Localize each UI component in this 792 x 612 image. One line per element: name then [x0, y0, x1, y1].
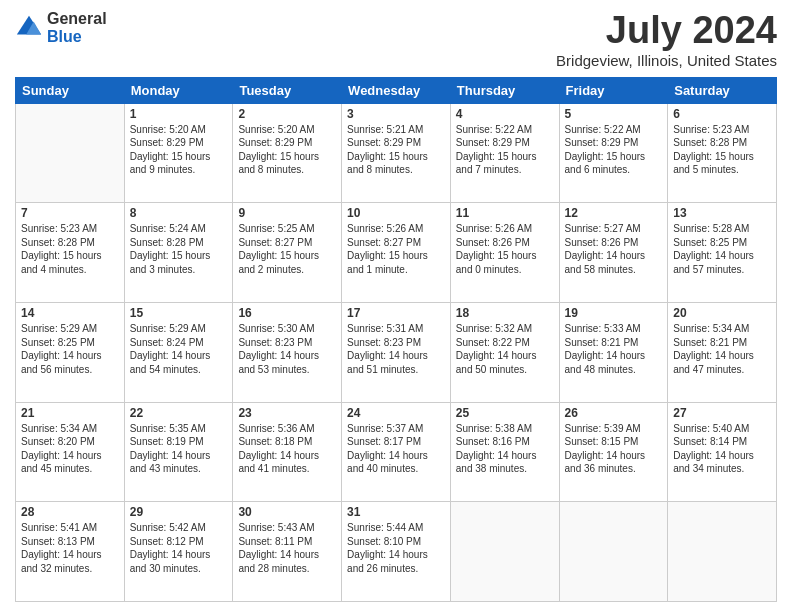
day-number: 2 — [238, 107, 336, 121]
subtitle: Bridgeview, Illinois, United States — [556, 52, 777, 69]
day-number: 12 — [565, 206, 663, 220]
table-row: 15Sunrise: 5:29 AMSunset: 8:24 PMDayligh… — [124, 303, 233, 403]
day-number: 30 — [238, 505, 336, 519]
day-number: 29 — [130, 505, 228, 519]
day-number: 8 — [130, 206, 228, 220]
table-row: 2Sunrise: 5:20 AMSunset: 8:29 PMDaylight… — [233, 103, 342, 203]
table-row: 9Sunrise: 5:25 AMSunset: 8:27 PMDaylight… — [233, 203, 342, 303]
table-row: 17Sunrise: 5:31 AMSunset: 8:23 PMDayligh… — [342, 303, 451, 403]
day-number: 6 — [673, 107, 771, 121]
day-info: Sunrise: 5:35 AMSunset: 8:19 PMDaylight:… — [130, 422, 228, 476]
table-row: 18Sunrise: 5:32 AMSunset: 8:22 PMDayligh… — [450, 303, 559, 403]
day-info: Sunrise: 5:40 AMSunset: 8:14 PMDaylight:… — [673, 422, 771, 476]
col-tuesday: Tuesday — [233, 77, 342, 103]
table-row: 5Sunrise: 5:22 AMSunset: 8:29 PMDaylight… — [559, 103, 668, 203]
day-number: 4 — [456, 107, 554, 121]
col-saturday: Saturday — [668, 77, 777, 103]
table-row: 1Sunrise: 5:20 AMSunset: 8:29 PMDaylight… — [124, 103, 233, 203]
day-info: Sunrise: 5:30 AMSunset: 8:23 PMDaylight:… — [238, 322, 336, 376]
calendar-body: 1Sunrise: 5:20 AMSunset: 8:29 PMDaylight… — [16, 103, 777, 601]
table-row: 30Sunrise: 5:43 AMSunset: 8:11 PMDayligh… — [233, 502, 342, 602]
page: General Blue July 2024 Bridgeview, Illin… — [0, 0, 792, 612]
day-number: 10 — [347, 206, 445, 220]
table-row: 27Sunrise: 5:40 AMSunset: 8:14 PMDayligh… — [668, 402, 777, 502]
day-info: Sunrise: 5:26 AMSunset: 8:27 PMDaylight:… — [347, 222, 445, 276]
day-info: Sunrise: 5:32 AMSunset: 8:22 PMDaylight:… — [456, 322, 554, 376]
day-info: Sunrise: 5:29 AMSunset: 8:24 PMDaylight:… — [130, 322, 228, 376]
day-number: 1 — [130, 107, 228, 121]
table-row: 3Sunrise: 5:21 AMSunset: 8:29 PMDaylight… — [342, 103, 451, 203]
table-row: 28Sunrise: 5:41 AMSunset: 8:13 PMDayligh… — [16, 502, 125, 602]
table-row: 26Sunrise: 5:39 AMSunset: 8:15 PMDayligh… — [559, 402, 668, 502]
day-number: 15 — [130, 306, 228, 320]
day-number: 17 — [347, 306, 445, 320]
table-row: 11Sunrise: 5:26 AMSunset: 8:26 PMDayligh… — [450, 203, 559, 303]
day-number: 28 — [21, 505, 119, 519]
day-info: Sunrise: 5:37 AMSunset: 8:17 PMDaylight:… — [347, 422, 445, 476]
day-info: Sunrise: 5:28 AMSunset: 8:25 PMDaylight:… — [673, 222, 771, 276]
table-row: 6Sunrise: 5:23 AMSunset: 8:28 PMDaylight… — [668, 103, 777, 203]
day-number: 19 — [565, 306, 663, 320]
day-number: 16 — [238, 306, 336, 320]
table-row: 29Sunrise: 5:42 AMSunset: 8:12 PMDayligh… — [124, 502, 233, 602]
table-row: 22Sunrise: 5:35 AMSunset: 8:19 PMDayligh… — [124, 402, 233, 502]
table-row — [668, 502, 777, 602]
day-number: 7 — [21, 206, 119, 220]
day-number: 20 — [673, 306, 771, 320]
day-number: 21 — [21, 406, 119, 420]
day-info: Sunrise: 5:25 AMSunset: 8:27 PMDaylight:… — [238, 222, 336, 276]
day-info: Sunrise: 5:22 AMSunset: 8:29 PMDaylight:… — [565, 123, 663, 177]
col-monday: Monday — [124, 77, 233, 103]
calendar-header: Sunday Monday Tuesday Wednesday Thursday… — [16, 77, 777, 103]
table-row — [559, 502, 668, 602]
table-row: 20Sunrise: 5:34 AMSunset: 8:21 PMDayligh… — [668, 303, 777, 403]
day-info: Sunrise: 5:41 AMSunset: 8:13 PMDaylight:… — [21, 521, 119, 575]
day-info: Sunrise: 5:20 AMSunset: 8:29 PMDaylight:… — [130, 123, 228, 177]
day-info: Sunrise: 5:42 AMSunset: 8:12 PMDaylight:… — [130, 521, 228, 575]
day-number: 31 — [347, 505, 445, 519]
table-row: 13Sunrise: 5:28 AMSunset: 8:25 PMDayligh… — [668, 203, 777, 303]
day-number: 3 — [347, 107, 445, 121]
logo: General Blue — [15, 10, 107, 45]
table-row: 16Sunrise: 5:30 AMSunset: 8:23 PMDayligh… — [233, 303, 342, 403]
table-row: 7Sunrise: 5:23 AMSunset: 8:28 PMDaylight… — [16, 203, 125, 303]
table-row: 10Sunrise: 5:26 AMSunset: 8:27 PMDayligh… — [342, 203, 451, 303]
day-info: Sunrise: 5:24 AMSunset: 8:28 PMDaylight:… — [130, 222, 228, 276]
day-info: Sunrise: 5:33 AMSunset: 8:21 PMDaylight:… — [565, 322, 663, 376]
calendar-week-4: 28Sunrise: 5:41 AMSunset: 8:13 PMDayligh… — [16, 502, 777, 602]
table-row: 24Sunrise: 5:37 AMSunset: 8:17 PMDayligh… — [342, 402, 451, 502]
table-row: 23Sunrise: 5:36 AMSunset: 8:18 PMDayligh… — [233, 402, 342, 502]
day-info: Sunrise: 5:31 AMSunset: 8:23 PMDaylight:… — [347, 322, 445, 376]
table-row: 12Sunrise: 5:27 AMSunset: 8:26 PMDayligh… — [559, 203, 668, 303]
day-number: 25 — [456, 406, 554, 420]
day-number: 26 — [565, 406, 663, 420]
title-block: July 2024 Bridgeview, Illinois, United S… — [556, 10, 777, 69]
day-info: Sunrise: 5:43 AMSunset: 8:11 PMDaylight:… — [238, 521, 336, 575]
day-info: Sunrise: 5:22 AMSunset: 8:29 PMDaylight:… — [456, 123, 554, 177]
col-sunday: Sunday — [16, 77, 125, 103]
logo-icon — [15, 14, 43, 42]
table-row: 8Sunrise: 5:24 AMSunset: 8:28 PMDaylight… — [124, 203, 233, 303]
logo-blue-text: Blue — [47, 28, 107, 46]
day-info: Sunrise: 5:23 AMSunset: 8:28 PMDaylight:… — [21, 222, 119, 276]
main-title: July 2024 — [556, 10, 777, 52]
day-info: Sunrise: 5:20 AMSunset: 8:29 PMDaylight:… — [238, 123, 336, 177]
calendar-week-1: 7Sunrise: 5:23 AMSunset: 8:28 PMDaylight… — [16, 203, 777, 303]
day-info: Sunrise: 5:36 AMSunset: 8:18 PMDaylight:… — [238, 422, 336, 476]
table-row — [450, 502, 559, 602]
table-row: 19Sunrise: 5:33 AMSunset: 8:21 PMDayligh… — [559, 303, 668, 403]
calendar-week-3: 21Sunrise: 5:34 AMSunset: 8:20 PMDayligh… — [16, 402, 777, 502]
day-info: Sunrise: 5:39 AMSunset: 8:15 PMDaylight:… — [565, 422, 663, 476]
day-info: Sunrise: 5:34 AMSunset: 8:21 PMDaylight:… — [673, 322, 771, 376]
day-info: Sunrise: 5:34 AMSunset: 8:20 PMDaylight:… — [21, 422, 119, 476]
calendar-table: Sunday Monday Tuesday Wednesday Thursday… — [15, 77, 777, 602]
day-number: 14 — [21, 306, 119, 320]
day-info: Sunrise: 5:27 AMSunset: 8:26 PMDaylight:… — [565, 222, 663, 276]
day-info: Sunrise: 5:23 AMSunset: 8:28 PMDaylight:… — [673, 123, 771, 177]
col-thursday: Thursday — [450, 77, 559, 103]
day-number: 11 — [456, 206, 554, 220]
col-wednesday: Wednesday — [342, 77, 451, 103]
table-row — [16, 103, 125, 203]
day-info: Sunrise: 5:29 AMSunset: 8:25 PMDaylight:… — [21, 322, 119, 376]
table-row: 4Sunrise: 5:22 AMSunset: 8:29 PMDaylight… — [450, 103, 559, 203]
